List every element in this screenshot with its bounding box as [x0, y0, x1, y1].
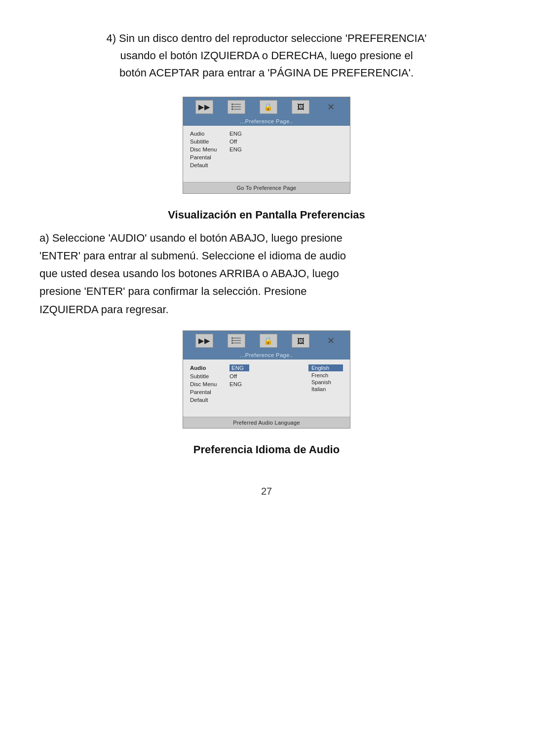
body-line3: que usted desea usando los botones ARRIB…	[39, 267, 339, 280]
audio-label-2: Audio	[190, 365, 229, 371]
audio-value-2: ENG	[229, 364, 249, 371]
panel2-row-subtitle: Subtitle Off	[190, 372, 308, 380]
subtitle-value-2: Off	[229, 373, 249, 379]
lock-icon-2: 🔒	[260, 334, 277, 348]
svg-rect-2	[231, 108, 233, 110]
close-icon-2: ✕	[324, 334, 338, 348]
panel2-title: ...Preference Page..	[183, 351, 350, 360]
discmenu-label-2: Disc Menu	[190, 381, 229, 387]
default-label: Default	[190, 162, 229, 168]
submenu-spanish: Spanish	[308, 379, 343, 386]
subtitle-label: Subtitle	[190, 139, 229, 144]
svg-rect-1	[231, 106, 233, 108]
svg-rect-7	[231, 340, 233, 341]
section-title: Visualización en Pantalla Preferencias	[39, 209, 494, 221]
panel1-title: ...Preference Page..	[183, 117, 350, 126]
panel1-row-parental: Parental	[190, 153, 343, 161]
body-text: a) Seleccione 'AUDIO' usando el botón AB…	[39, 229, 494, 319]
body-line4: presione 'ENTER' para confirmar la selec…	[39, 285, 307, 297]
panel2-row-discmenu: Disc Menu ENG	[190, 380, 308, 388]
monitor-icon-2: ▶▶	[195, 334, 213, 348]
photo-icon: 🖼	[292, 100, 309, 114]
parental-label-2: Parental	[190, 389, 229, 395]
discmenu-value-2: ENG	[229, 381, 249, 387]
panel2-row-audio: Audio ENG	[190, 363, 308, 372]
panel1-row-subtitle: Subtitle Off	[190, 138, 343, 145]
panel1-body: Audio ENG Subtitle Off Disc Menu ENG Par…	[183, 126, 350, 182]
panel1-row-discmenu: Disc Menu ENG	[190, 145, 343, 153]
panel2-submenu: English French Spanish Italian	[308, 363, 343, 413]
settings-icon	[228, 100, 245, 114]
audio-value: ENG	[229, 131, 249, 137]
parental-label: Parental	[190, 154, 229, 160]
panel2-header: ▶▶ 🔒 🖼 ✕	[183, 331, 350, 351]
lock-icon: 🔒	[260, 100, 277, 114]
settings-icon-2	[228, 334, 245, 348]
subtitle-value: Off	[229, 139, 249, 144]
page-number: 27	[39, 486, 494, 497]
audio-label: Audio	[190, 131, 229, 137]
submenu-french: French	[308, 372, 343, 379]
panel1-row-audio: Audio ENG	[190, 130, 343, 138]
panel2-footer: Preferred Audio Language	[183, 417, 350, 428]
discmenu-value: ENG	[229, 146, 249, 152]
body-line1: a) Seleccione 'AUDIO' usando el botón AB…	[39, 232, 343, 244]
monitor-icon: ▶▶	[195, 100, 213, 114]
panel1-footer: Go To Preference Page	[183, 182, 350, 193]
body-line5: IZQUIERDA para regresar.	[39, 303, 169, 316]
panel1-header: ▶▶ 🔒 🖼 ✕	[183, 97, 350, 117]
panel2-row-default: Default	[190, 396, 308, 404]
preference-panel-1: ▶▶ 🔒 🖼 ✕ ...Preference Page.. Audio ENG	[183, 97, 350, 194]
preference-panel-2: ▶▶ 🔒 🖼 ✕ ...Preference Page.. Audio ENG	[183, 330, 350, 429]
intro-line3: botón ACEPTAR para entrar a 'PÁGINA DE P…	[119, 67, 414, 79]
intro-paragraph: 4) Sin un disco dentro del reproductor s…	[39, 30, 494, 82]
intro-line1: 4) Sin un disco dentro del reproductor s…	[106, 32, 426, 44]
panel1-row-default: Default	[190, 161, 343, 169]
panel2-row-parental: Parental	[190, 388, 308, 396]
subtitle2: Preferencia Idioma de Audio	[39, 443, 494, 456]
intro-line2: usando el botón IZQUIERDA o DERECHA, lue…	[120, 49, 413, 62]
photo-icon-2: 🖼	[292, 334, 309, 348]
close-icon: ✕	[324, 100, 338, 114]
panel2-settings: Audio ENG Subtitle Off Disc Menu ENG Par…	[190, 363, 308, 413]
submenu-italian: Italian	[308, 386, 343, 393]
panel2-body: Audio ENG Subtitle Off Disc Menu ENG Par…	[183, 360, 350, 417]
svg-rect-0	[231, 104, 233, 105]
subtitle-label-2: Subtitle	[190, 373, 229, 379]
default-label-2: Default	[190, 397, 229, 403]
svg-rect-8	[231, 342, 233, 344]
svg-rect-6	[231, 337, 233, 339]
discmenu-label: Disc Menu	[190, 146, 229, 152]
submenu-english: English	[308, 364, 343, 371]
body-line2: 'ENTER' para entrar al submenú. Seleccio…	[39, 250, 346, 262]
